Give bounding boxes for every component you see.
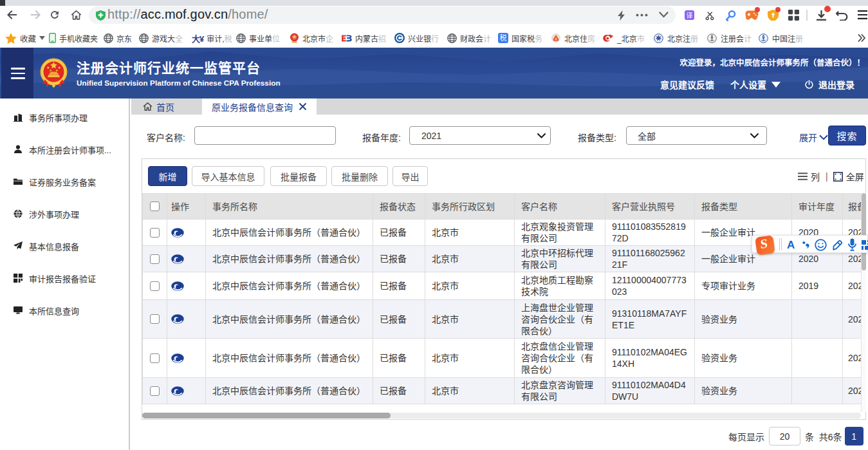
- svg-text:税: 税: [500, 33, 507, 42]
